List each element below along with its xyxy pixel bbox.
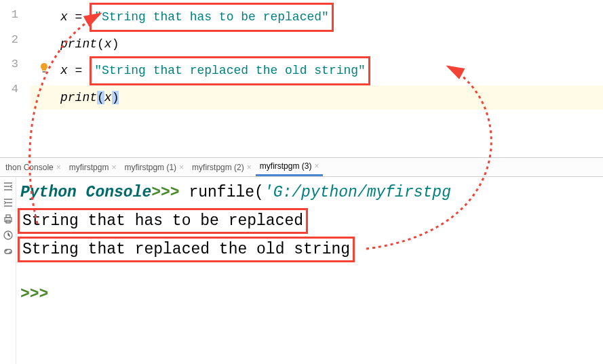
console-title: Python Console — [20, 184, 151, 201]
console-tab-bar: thon Console× myfirstpgm× myfirstpgm (1)… — [0, 158, 603, 177]
string-literal: "String that replaced the old string" — [94, 64, 366, 77]
tab-label: myfirstpgm (1) — [124, 163, 176, 172]
tab-myfirstpgm-3[interactable]: myfirstpgm (3)× — [256, 158, 324, 176]
annotation-box: String that has to be replaced — [18, 208, 308, 234]
tab-label: myfirstpgm (3) — [260, 161, 312, 171]
close-icon[interactable]: × — [179, 163, 184, 172]
code-area[interactable]: x = "String that has to be replaced" pri… — [31, 0, 603, 157]
history-icon[interactable] — [3, 230, 14, 241]
indent-left-icon[interactable] — [3, 181, 14, 192]
code-line-2[interactable]: print(x) — [60, 32, 603, 57]
console-output-2: String that replaced the old string — [20, 237, 599, 262]
tab-label: myfirstpgm — [69, 163, 109, 172]
prompt: >>> — [151, 184, 179, 201]
line-number: 2 — [0, 28, 31, 53]
tab-myfirstpgm-1[interactable]: myfirstpgm (1)× — [120, 158, 188, 176]
argument: x — [104, 37, 112, 51]
console-prompt-line[interactable]: >>> — [20, 281, 599, 307]
link-icon[interactable] — [3, 246, 14, 257]
close-icon[interactable]: × — [247, 163, 252, 172]
equals: = — [68, 64, 90, 77]
print-icon[interactable] — [3, 214, 14, 224]
tab-myfirstpgm[interactable]: myfirstpgm× — [65, 158, 121, 176]
line-number: 3 — [0, 52, 31, 77]
code-editor[interactable]: 1 2 3 4 x = "String that has to be repla… — [0, 0, 603, 158]
run-args: 'G:/python/myfirstpg — [264, 184, 451, 201]
argument: x — [104, 91, 112, 104]
tab-label: thon Console — [5, 163, 54, 172]
console-toolbar — [0, 177, 16, 364]
svg-rect-2 — [6, 215, 10, 218]
annotation-box: "String that has to be replaced" — [90, 3, 334, 32]
line-number: 1 — [0, 3, 31, 28]
code-line-1[interactable]: x = "String that has to be replaced" — [60, 3, 603, 32]
output-text: String that has to be replaced — [22, 212, 303, 230]
tab-myfirstpgm-2[interactable]: myfirstpgm (2)× — [188, 158, 256, 176]
tab-python-console[interactable]: thon Console× — [1, 158, 65, 176]
console-run-line: Python Console>>> runfile('G:/python/myf… — [20, 180, 599, 205]
line-number-gutter: 1 2 3 4 — [0, 0, 31, 157]
variable: x — [60, 10, 68, 24]
paren: ( — [97, 37, 104, 51]
close-icon[interactable]: × — [111, 163, 116, 172]
prompt: >>> — [20, 285, 48, 303]
annotation-box: String that replaced the old string — [18, 237, 355, 262]
code-line-3[interactable]: x = "String that replaced the old string… — [60, 56, 603, 85]
equals: = — [68, 10, 90, 24]
variable: x — [60, 64, 68, 77]
lightbulb-icon[interactable] — [39, 62, 50, 73]
code-line-4-current[interactable]: print(x) — [31, 85, 603, 110]
paren: ( — [97, 91, 104, 104]
function-call: print — [60, 91, 97, 104]
paren: ) — [112, 37, 119, 51]
line-number: 4 — [0, 77, 31, 102]
close-icon[interactable]: × — [314, 161, 319, 171]
close-icon[interactable]: × — [56, 163, 61, 172]
paren: ) — [112, 91, 119, 104]
run-call: runfile( — [180, 184, 264, 201]
function-call: print — [60, 37, 97, 51]
tab-label: myfirstpgm (2) — [192, 163, 244, 172]
console-output[interactable]: Python Console>>> runfile('G:/python/myf… — [16, 177, 603, 364]
indent-right-icon[interactable] — [3, 197, 14, 208]
console-output-1: String that has to be replaced — [20, 208, 599, 234]
svg-rect-0 — [43, 71, 46, 73]
string-literal: "String that has to be replaced" — [94, 10, 329, 24]
output-text: String that replaced the old string — [22, 241, 350, 258]
annotation-box: "String that replaced the old string" — [90, 56, 370, 85]
